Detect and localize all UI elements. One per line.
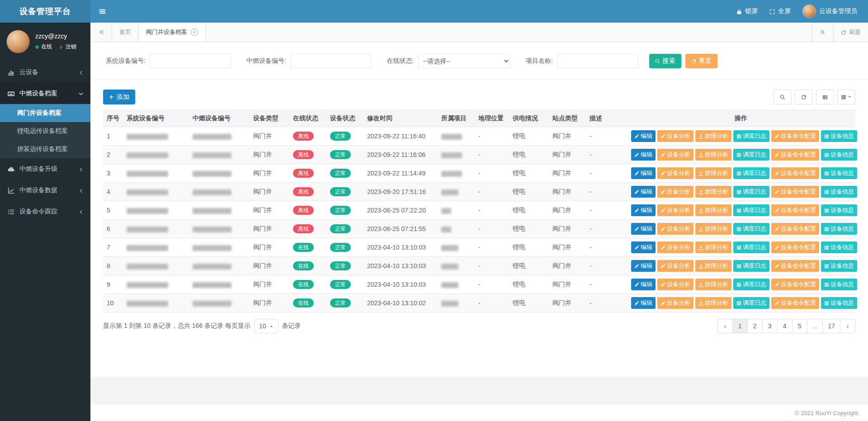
device-analysis-button[interactable]: 设备分析 — [657, 204, 693, 216]
edit-button[interactable]: 编辑 — [631, 149, 656, 161]
fault-analysis-button[interactable]: 故障分析 — [695, 167, 731, 179]
search-button[interactable]: 搜索 — [649, 54, 681, 68]
fault-analysis-button[interactable]: 故障分析 — [695, 186, 731, 198]
device-analysis-button[interactable]: 设备分析 — [657, 279, 693, 290]
sidebar-subitem[interactable]: 锂电远传设备档案 — [0, 122, 90, 140]
download-icon — [698, 134, 703, 139]
fault-analysis-button[interactable]: 故障分析 — [695, 223, 731, 235]
fault-analysis-button[interactable]: 故障分析 — [695, 130, 731, 142]
tab-item[interactable]: 首页 — [112, 23, 139, 42]
device-analysis-button[interactable]: 设备分析 — [657, 297, 693, 309]
edit-button[interactable]: 编辑 — [631, 297, 656, 309]
search-input[interactable] — [290, 54, 372, 68]
dispatch-log-button[interactable]: 调度日志 — [733, 223, 769, 235]
dispatch-log-button[interactable]: 调度日志 — [733, 149, 769, 161]
prev-page-button[interactable]: ‹ — [717, 319, 733, 333]
sidebar-subitem[interactable]: 拼装远传设备档案 — [0, 140, 90, 158]
sidebar-subitem[interactable]: 阀门井设备档案 — [0, 104, 90, 122]
device-info-button[interactable]: 设备信息 — [821, 260, 857, 272]
next-page-button[interactable]: › — [840, 319, 855, 333]
lock-screen-button[interactable]: 锁屏 — [736, 7, 758, 15]
dispatch-log-button[interactable]: 调度日志 — [733, 186, 769, 198]
device-info-button[interactable]: 设备信息 — [821, 149, 857, 161]
device-command-config-button[interactable]: 设备命令配置 — [771, 279, 819, 290]
sidebar-item[interactable]: 中燃设备升级 — [0, 158, 90, 180]
page-button[interactable]: 17 — [822, 319, 840, 333]
edit-button[interactable]: 编辑 — [631, 167, 656, 179]
device-analysis-button[interactable]: 设备分析 — [657, 223, 693, 235]
fault-analysis-button[interactable]: 故障分析 — [695, 279, 731, 290]
device-analysis-button[interactable]: 设备分析 — [657, 241, 693, 253]
reset-button[interactable]: 重置 — [685, 54, 717, 68]
fault-analysis-button[interactable]: 故障分析 — [695, 297, 731, 309]
page-button[interactable]: 1 — [732, 319, 748, 333]
device-command-config-button[interactable]: 设备命令配置 — [771, 167, 819, 179]
tab-refresh-button[interactable]: 刷新 — [833, 23, 868, 42]
tabs-scroll-left-button[interactable] — [90, 23, 112, 42]
edit-button[interactable]: 编辑 — [631, 130, 656, 142]
dispatch-log-button[interactable]: 调度日志 — [733, 279, 769, 290]
edit-button[interactable]: 编辑 — [631, 223, 656, 235]
fullscreen-button[interactable]: 全屏 — [769, 7, 791, 15]
device-command-config-button[interactable]: 设备命令配置 — [771, 149, 819, 161]
device-info-button[interactable]: 设备信息 — [821, 167, 857, 179]
table-search-toggle-button[interactable] — [774, 90, 792, 104]
search-input[interactable] — [150, 54, 231, 68]
device-info-button[interactable]: 设备信息 — [821, 223, 857, 235]
table-card-view-button[interactable] — [816, 90, 834, 104]
device-info-button[interactable]: 设备信息 — [821, 241, 857, 253]
sidebar-toggle-button[interactable] — [90, 0, 114, 23]
device-analysis-button[interactable]: 设备分析 — [657, 260, 693, 272]
device-command-config-button[interactable]: 设备命令配置 — [771, 241, 819, 253]
dispatch-log-button[interactable]: 调度日志 — [733, 297, 769, 309]
add-button[interactable]: 添加 — [103, 90, 135, 104]
table-columns-button[interactable] — [837, 90, 855, 104]
device-analysis-button[interactable]: 设备分析 — [657, 149, 693, 161]
fault-analysis-button[interactable]: 故障分析 — [695, 149, 731, 161]
table-refresh-button[interactable] — [795, 90, 813, 104]
logout-button[interactable]: 注销 — [58, 43, 76, 51]
device-info-button[interactable]: 设备信息 — [821, 297, 857, 309]
edit-button[interactable]: 编辑 — [631, 241, 656, 253]
device-command-config-button[interactable]: 设备命令配置 — [771, 186, 819, 198]
tabs-scroll-right-button[interactable] — [811, 23, 833, 42]
online-status-select[interactable]: --请选择-- — [418, 54, 510, 68]
device-command-config-button[interactable]: 设备命令配置 — [771, 130, 819, 142]
edit-button[interactable]: 编辑 — [631, 186, 656, 198]
device-analysis-button[interactable]: 设备分析 — [657, 167, 693, 179]
user-menu[interactable]: 云设备管理员 — [802, 5, 857, 18]
dispatch-log-button[interactable]: 调度日志 — [733, 167, 769, 179]
fault-analysis-button[interactable]: 故障分析 — [695, 241, 731, 253]
page-button[interactable]: 3 — [762, 319, 778, 333]
page-size-dropdown[interactable]: 10 — [254, 319, 278, 333]
device-command-config-button[interactable]: 设备命令配置 — [771, 260, 819, 272]
page-button[interactable]: 2 — [747, 319, 763, 333]
sidebar-item[interactable]: 中燃设备档案 — [0, 83, 90, 104]
fault-analysis-button[interactable]: 故障分析 — [695, 204, 731, 216]
dispatch-log-button[interactable]: 调度日志 — [733, 260, 769, 272]
edit-button[interactable]: 编辑 — [631, 204, 656, 216]
device-command-config-button[interactable]: 设备命令配置 — [771, 204, 819, 216]
dispatch-log-button[interactable]: 调度日志 — [733, 204, 769, 216]
tab-item[interactable]: 阀门井设备档案 — [139, 23, 206, 42]
fault-analysis-button[interactable]: 故障分析 — [695, 260, 731, 272]
device-analysis-button[interactable]: 设备分析 — [657, 186, 693, 198]
device-command-config-button[interactable]: 设备命令配置 — [771, 223, 819, 235]
close-icon[interactable] — [191, 28, 198, 36]
sidebar-item[interactable]: 设备命令跟踪 — [0, 201, 90, 222]
device-info-button[interactable]: 设备信息 — [821, 279, 857, 290]
dispatch-log-button[interactable]: 调度日志 — [733, 241, 769, 253]
device-info-button[interactable]: 设备信息 — [821, 186, 857, 198]
search-input[interactable] — [557, 54, 638, 68]
page-button[interactable]: 5 — [792, 319, 807, 333]
device-command-config-button[interactable]: 设备命令配置 — [771, 297, 819, 309]
edit-button[interactable]: 编辑 — [631, 260, 656, 272]
page-button[interactable]: 4 — [777, 319, 793, 333]
device-info-button[interactable]: 设备信息 — [821, 204, 857, 216]
dispatch-log-button[interactable]: 调度日志 — [733, 130, 769, 142]
edit-button[interactable]: 编辑 — [631, 279, 656, 290]
device-analysis-button[interactable]: 设备分析 — [657, 130, 693, 142]
sidebar-item[interactable]: 中燃设备数据 — [0, 180, 90, 201]
sidebar-item[interactable]: 云设备 — [0, 61, 90, 83]
device-info-button[interactable]: 设备信息 — [821, 130, 857, 142]
